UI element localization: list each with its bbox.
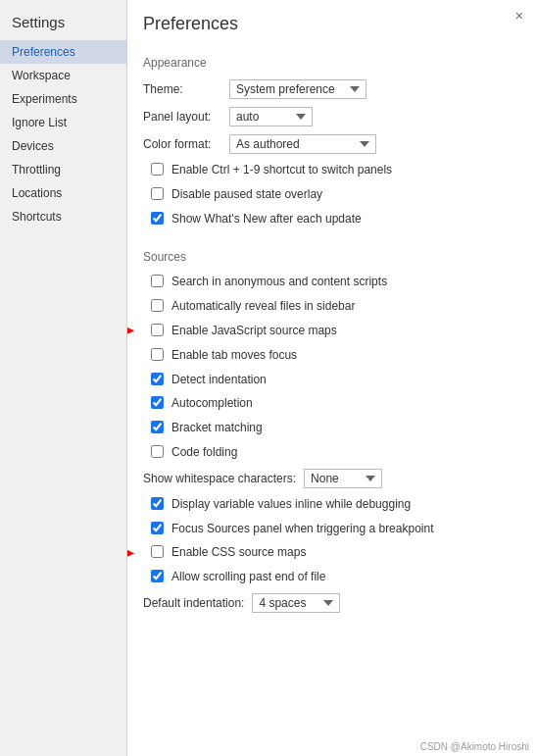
bracket-match-row: Bracket matching: [127, 416, 537, 440]
color-row: Color format: As authored HEX RGB HSL: [127, 130, 537, 158]
autocompletion-label: Autocompletion: [171, 395, 253, 412]
color-select[interactable]: As authored HEX RGB HSL: [229, 134, 376, 154]
css-source-maps-label: Enable CSS source maps: [171, 544, 306, 561]
code-folding-checkbox[interactable]: [151, 445, 164, 458]
detect-indent-checkbox[interactable]: [151, 373, 164, 385]
scroll-past-label: Allow scrolling past end of file: [171, 569, 325, 585]
scroll-past-checkbox[interactable]: [151, 570, 164, 582]
layout-select[interactable]: auto horizontal vertical: [229, 107, 313, 126]
reveal-sidebar-checkbox[interactable]: [151, 299, 164, 312]
sidebar-item-experiments[interactable]: Experiments: [0, 87, 126, 111]
js-source-maps-label: Enable JavaScript source maps: [171, 323, 337, 339]
indent-select[interactable]: 2 spaces 4 spaces 8 spaces 1 tab: [252, 593, 340, 613]
color-label: Color format:: [143, 137, 221, 151]
variable-inline-checkbox[interactable]: [151, 497, 164, 510]
variable-inline-label: Display variable values inline while deb…: [171, 496, 411, 513]
page-title: Preferences: [127, 0, 537, 44]
whitespace-row: Show whitespace characters: None All Tra…: [127, 465, 537, 492]
bracket-match-checkbox[interactable]: [151, 421, 164, 433]
sources-section-title: Sources: [127, 238, 537, 270]
css-source-maps-checkbox[interactable]: [151, 545, 164, 558]
sidebar-item-ignore-list[interactable]: Ignore List: [0, 111, 126, 134]
bracket-match-label: Bracket matching: [171, 420, 263, 436]
tab-focus-checkbox[interactable]: [151, 348, 164, 361]
sidebar-item-preferences[interactable]: Preferences: [0, 40, 126, 64]
sidebar: Settings Preferences Workspace Experimen…: [0, 0, 127, 756]
code-folding-row: Code folding: [127, 440, 537, 465]
js-source-maps-row: ➤ Enable JavaScript source maps: [127, 319, 537, 343]
theme-select[interactable]: System preference Light Dark: [229, 79, 366, 99]
sidebar-item-shortcuts[interactable]: Shortcuts: [0, 205, 126, 228]
reveal-sidebar-label: Automatically reveal files in sidebar: [171, 298, 355, 315]
whitespace-label: Show whitespace characters:: [143, 472, 296, 485]
whats-new-checkbox[interactable]: [151, 212, 164, 225]
appearance-section-title: Appearance: [127, 44, 537, 76]
js-source-maps-checkbox[interactable]: [151, 324, 164, 336]
whats-new-label: Show What's New after each update: [171, 211, 362, 227]
close-button[interactable]: ×: [510, 6, 529, 25]
detect-indent-row: Detect indentation: [127, 368, 537, 392]
layout-label: Panel layout:: [143, 110, 221, 124]
focus-sources-row: Focus Sources panel when triggering a br…: [127, 517, 537, 541]
theme-label: Theme:: [143, 82, 221, 96]
main-panel: × Preferences Appearance Theme: System p…: [127, 0, 537, 756]
sidebar-item-locations[interactable]: Locations: [0, 181, 126, 205]
red-arrow-css: ➤: [127, 541, 134, 565]
ctrl-switch-checkbox[interactable]: [151, 163, 164, 176]
anon-scripts-checkbox[interactable]: [151, 275, 164, 287]
focus-sources-label: Focus Sources panel when triggering a br…: [171, 521, 434, 537]
ctrl-switch-label: Enable Ctrl + 1-9 shortcut to switch pan…: [171, 162, 392, 178]
focus-sources-checkbox[interactable]: [151, 522, 164, 534]
autocompletion-checkbox[interactable]: [151, 396, 164, 409]
sidebar-item-workspace[interactable]: Workspace: [0, 64, 126, 87]
anon-scripts-row: Search in anonymous and content scripts: [127, 270, 537, 294]
anon-scripts-label: Search in anonymous and content scripts: [171, 274, 387, 290]
variable-inline-row: Display variable values inline while deb…: [127, 492, 537, 517]
disable-overlay-checkbox[interactable]: [151, 187, 164, 200]
indent-row: Default indentation: 2 spaces 4 spaces 8…: [127, 589, 537, 617]
css-source-maps-row: ➤ Enable CSS source maps: [127, 540, 537, 565]
sidebar-item-throttling[interactable]: Throttling: [0, 158, 126, 181]
disable-overlay-label: Disable paused state overlay: [171, 186, 322, 203]
red-arrow-js: ➤: [127, 319, 134, 342]
whitespace-select[interactable]: None All Trailing: [304, 469, 382, 488]
scroll-past-row: Allow scrolling past end of file: [127, 565, 537, 589]
tab-focus-label: Enable tab moves focus: [171, 347, 297, 364]
reveal-sidebar-row: Automatically reveal files in sidebar: [127, 294, 537, 319]
indent-label: Default indentation:: [143, 596, 244, 610]
autocompletion-row: Autocompletion: [127, 391, 537, 416]
whats-new-row: Show What's New after each update: [127, 207, 537, 231]
detect-indent-label: Detect indentation: [171, 372, 267, 388]
sidebar-title: Settings: [0, 0, 126, 40]
layout-row: Panel layout: auto horizontal vertical: [127, 103, 537, 130]
tab-focus-row: Enable tab moves focus: [127, 343, 537, 368]
theme-row: Theme: System preference Light Dark: [127, 76, 537, 103]
code-folding-label: Code folding: [171, 444, 237, 461]
watermark: CSDN @Akimoto Hiroshi: [420, 741, 529, 752]
ctrl-switch-row: Enable Ctrl + 1-9 shortcut to switch pan…: [127, 158, 537, 182]
disable-overlay-row: Disable paused state overlay: [127, 182, 537, 207]
content-area: Appearance Theme: System preference Ligh…: [127, 44, 537, 756]
sidebar-item-devices[interactable]: Devices: [0, 134, 126, 158]
